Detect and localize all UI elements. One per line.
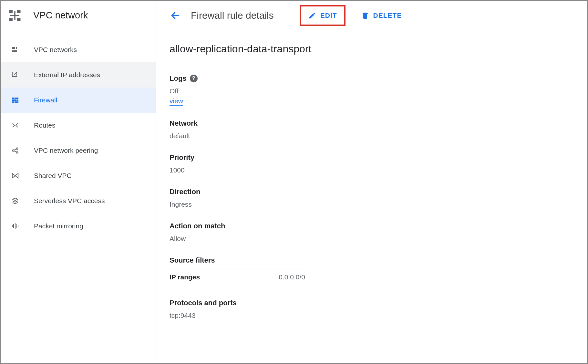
- svg-rect-2: [9, 18, 13, 21]
- protocols-value: tcp:9443: [170, 312, 587, 319]
- page-title: Firewall rule details: [191, 10, 274, 21]
- direction-value: Ingress: [170, 201, 587, 208]
- sidebar-item-firewall[interactable]: Firewall: [1, 88, 156, 113]
- svg-rect-23: [13, 224, 14, 228]
- sidebar-item-label: VPC networks: [34, 46, 77, 54]
- back-button[interactable]: [168, 8, 183, 23]
- ip-ranges-value: 0.0.0.0/0: [279, 273, 305, 281]
- priority-value: 1000: [170, 166, 587, 174]
- packet-mirroring-icon: [11, 222, 20, 231]
- protocols-label: Protocols and ports: [170, 299, 237, 307]
- section-direction: Direction Ingress: [170, 188, 587, 208]
- pencil-icon: [308, 11, 316, 20]
- svg-rect-25: [12, 225, 13, 227]
- delete-button[interactable]: DELETE: [355, 8, 408, 23]
- sidebar-item-routes[interactable]: Routes: [1, 113, 156, 138]
- sidebar-item-label: Routes: [34, 121, 56, 129]
- svg-line-21: [14, 151, 16, 152]
- external-ip-icon: [11, 70, 20, 79]
- priority-label: Priority: [170, 153, 194, 162]
- svg-rect-3: [17, 18, 21, 21]
- svg-rect-7: [16, 47, 17, 49]
- source-filters-table: IP ranges 0.0.0.0/0: [170, 269, 305, 285]
- peering-icon: [11, 146, 20, 155]
- section-priority: Priority 1000: [170, 153, 587, 174]
- logs-view-link[interactable]: view: [170, 97, 183, 106]
- sidebar-item-label: Packet mirroring: [34, 222, 83, 230]
- svg-line-20: [14, 149, 16, 150]
- direction-label: Direction: [170, 188, 200, 196]
- action-label: Action on match: [170, 222, 225, 230]
- trash-icon: [361, 11, 369, 20]
- sidebar-item-external-ip[interactable]: External IP addresses: [1, 62, 156, 88]
- sidebar-item-vpc-networks[interactable]: VPC networks: [1, 37, 156, 62]
- delete-button-label: DELETE: [373, 12, 402, 19]
- sidebar-item-label: Firewall: [34, 96, 57, 104]
- routes-icon: [11, 121, 20, 130]
- ip-ranges-key: IP ranges: [170, 273, 200, 281]
- vpc-product-icon: [8, 9, 22, 22]
- edit-button-label: EDIT: [320, 12, 337, 19]
- svg-rect-26: [18, 225, 18, 227]
- section-network: Network default: [170, 119, 587, 140]
- main: Firewall rule details EDIT DELETE allow-…: [156, 1, 587, 363]
- source-filters-label: Source filters: [170, 256, 215, 265]
- action-value: Allow: [170, 235, 587, 243]
- help-icon[interactable]: ?: [190, 75, 198, 82]
- svg-rect-22: [15, 223, 15, 229]
- sidebar-item-packet-mirroring[interactable]: Packet mirroring: [1, 213, 156, 239]
- svg-rect-1: [17, 10, 21, 13]
- svg-rect-13: [12, 99, 16, 101]
- network-label: Network: [170, 119, 198, 128]
- network-value: default: [170, 132, 587, 140]
- edit-button[interactable]: EDIT: [302, 8, 343, 23]
- sidebar-item-serverless[interactable]: Serverless VPC access: [1, 188, 156, 213]
- svg-rect-0: [9, 10, 13, 13]
- sidebar-header: VPC network: [1, 1, 156, 30]
- section-action: Action on match Allow: [170, 222, 587, 243]
- sidebar: VPC network VPC networks External IP add…: [1, 1, 156, 363]
- sidebar-item-label: Shared VPC: [34, 172, 72, 180]
- svg-rect-11: [12, 98, 15, 99]
- serverless-icon: [11, 196, 20, 205]
- firewall-icon: [11, 96, 20, 105]
- page-header: Firewall rule details EDIT DELETE: [156, 1, 587, 30]
- rule-name: allow-replication-data-transport: [170, 43, 587, 55]
- svg-rect-12: [15, 98, 18, 99]
- section-source-filters: Source filters IP ranges 0.0.0.0/0: [170, 256, 587, 285]
- svg-rect-16: [15, 101, 18, 103]
- sidebar-nav: VPC networks External IP addresses Firew…: [1, 30, 156, 239]
- section-protocols: Protocols and ports tcp:9443: [170, 299, 587, 319]
- shared-vpc-icon: [11, 171, 20, 180]
- sidebar-item-shared-vpc[interactable]: Shared VPC: [1, 163, 156, 188]
- sidebar-item-label: External IP addresses: [34, 71, 100, 79]
- sidebar-title: VPC network: [33, 10, 88, 21]
- edit-highlight: EDIT: [300, 5, 346, 26]
- section-logs: Logs ? Off view: [170, 74, 587, 106]
- vpc-networks-icon: [11, 45, 20, 54]
- content: allow-replication-data-transport Logs ? …: [156, 30, 587, 333]
- logs-value: Off: [170, 87, 587, 95]
- logs-label: Logs: [170, 74, 187, 83]
- svg-rect-15: [12, 101, 14, 103]
- svg-rect-8: [12, 50, 17, 52]
- sidebar-item-label: VPC network peering: [34, 147, 98, 154]
- table-row: IP ranges 0.0.0.0/0: [170, 269, 305, 285]
- svg-line-10: [14, 72, 17, 75]
- svg-rect-24: [16, 224, 17, 228]
- svg-rect-5: [14, 11, 15, 20]
- sidebar-item-label: Serverless VPC access: [34, 197, 105, 205]
- sidebar-item-peering[interactable]: VPC network peering: [1, 138, 156, 163]
- svg-rect-14: [16, 99, 18, 101]
- svg-rect-6: [12, 47, 15, 49]
